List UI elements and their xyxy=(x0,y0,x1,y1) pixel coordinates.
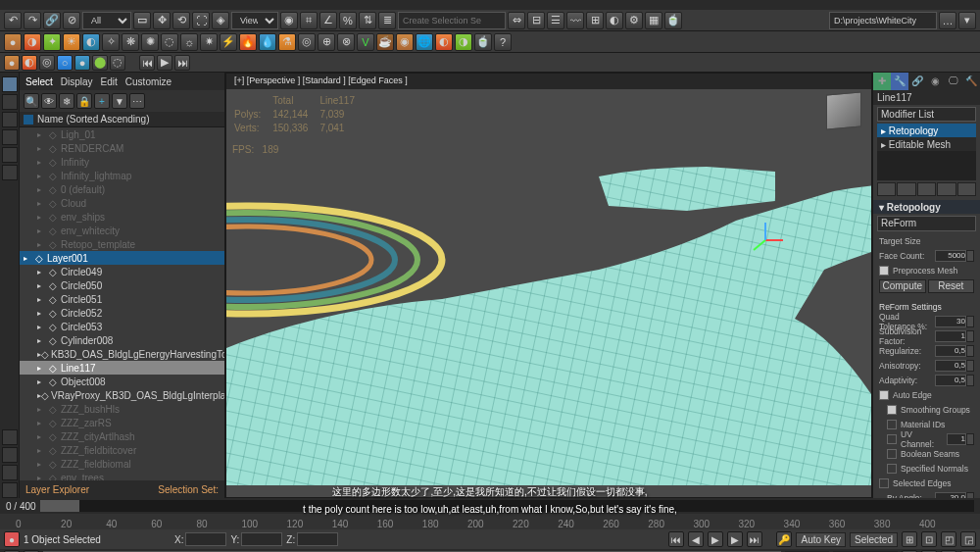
object-name[interactable]: Line117 xyxy=(873,90,980,105)
stack-remove-icon[interactable] xyxy=(937,182,956,196)
next-frame-icon[interactable]: ▶ xyxy=(727,531,743,547)
icon-2[interactable]: ◑ xyxy=(24,33,41,51)
play-anim-icon[interactable]: ▶ xyxy=(708,531,723,547)
icon-7[interactable]: ❋ xyxy=(122,33,139,51)
redo-icon[interactable]: ↷ xyxy=(24,12,41,29)
adaptivity-input[interactable] xyxy=(935,375,966,386)
icon-15[interactable]: ⚗ xyxy=(278,33,296,51)
tree-item[interactable]: ▸◇RENDERCAM xyxy=(20,141,224,155)
nav-4-icon[interactable]: ◲ xyxy=(960,531,976,547)
rollout-retopology[interactable]: ▾ Retopology xyxy=(873,200,980,214)
maxscript-icon[interactable]: ● xyxy=(4,531,20,547)
select-icon[interactable]: ▭ xyxy=(133,12,151,29)
link-icon[interactable]: 🔗 xyxy=(43,12,61,29)
auto-key-button[interactable]: Auto Key xyxy=(796,532,846,547)
snap-icon[interactable]: ⌗ xyxy=(300,12,318,29)
nav-1-icon[interactable]: ⊞ xyxy=(902,531,917,547)
tree-item[interactable]: ▸◇ZZZ_fieldbitcover xyxy=(20,443,224,457)
tree-item[interactable]: ▸◇ZZZ_cityArtlhash xyxy=(20,429,224,443)
retopo-mode-dropdown[interactable]: ReForm xyxy=(877,216,976,231)
tree-item[interactable]: ▸◇Cloud xyxy=(20,196,224,210)
stack-unique-icon[interactable] xyxy=(917,182,936,196)
timeline-slider[interactable] xyxy=(40,500,974,512)
icon-23[interactable]: ◐ xyxy=(435,33,453,51)
icon-11[interactable]: ✷ xyxy=(200,33,218,51)
x-input[interactable] xyxy=(185,532,226,546)
percent-snap-icon[interactable]: % xyxy=(339,12,357,29)
seledges-checkbox[interactable] xyxy=(879,478,889,488)
icon-1[interactable]: ● xyxy=(4,33,22,51)
stack-show-icon[interactable] xyxy=(897,182,915,196)
curve-editor-icon[interactable]: 〰 xyxy=(566,12,584,29)
tree-item[interactable]: ▸◇KB3D_OAS_BldgLgEnergyHarvestingTower_A… xyxy=(20,347,224,361)
icon-24[interactable]: ◑ xyxy=(455,33,472,51)
cp-tab-motion[interactable]: ◉ xyxy=(927,73,945,90)
tree-item[interactable]: ▸◇env_whitecity xyxy=(20,224,224,237)
icon-14[interactable]: 💧 xyxy=(259,33,276,51)
side-btn-3[interactable] xyxy=(2,112,18,127)
render-setup-icon[interactable]: ⚙ xyxy=(625,12,643,29)
face-count-input[interactable] xyxy=(935,250,966,262)
icon-26[interactable]: ? xyxy=(494,33,512,51)
tree-item[interactable]: ▸◇env_ships xyxy=(20,210,224,224)
preprocess-checkbox[interactable] xyxy=(879,266,889,276)
play-start-icon[interactable]: ⏮ xyxy=(139,55,155,71)
render-frame-icon[interactable]: ▦ xyxy=(645,12,662,29)
exp-add-layer-icon[interactable]: + xyxy=(94,93,110,109)
tree-item[interactable]: ▸◇ZZZ_fieldbiomal xyxy=(20,457,224,471)
cp-tab-utilities[interactable]: 🔨 xyxy=(962,73,980,90)
tab-display[interactable]: Display xyxy=(61,76,93,87)
side-btn-1[interactable] xyxy=(2,76,18,92)
tree-item[interactable]: ▸◇ZZZ_bushHls xyxy=(20,402,224,416)
z-input[interactable] xyxy=(297,532,338,546)
t3-5[interactable]: ● xyxy=(74,55,90,71)
exp-freeze-icon[interactable]: ❄ xyxy=(59,93,74,109)
icon-5[interactable]: ◐ xyxy=(82,33,100,51)
icon-6[interactable]: ✧ xyxy=(102,33,120,51)
stack-config-icon[interactable] xyxy=(957,182,976,196)
align-icon[interactable]: ⊟ xyxy=(527,12,545,29)
angle-snap-icon[interactable]: ∠ xyxy=(319,12,337,29)
icon-25[interactable]: 🍵 xyxy=(474,33,492,51)
tree-item[interactable]: ▸◇0 (default) xyxy=(20,182,224,196)
matids-checkbox[interactable] xyxy=(887,420,897,429)
quad-tol-input[interactable] xyxy=(935,316,966,327)
tree-item[interactable]: ▸◇Layer001 xyxy=(20,251,224,265)
uvchan-checkbox[interactable] xyxy=(887,434,897,444)
tree-item[interactable]: ▸◇VRayProxy_KB3D_OAS_BldgLgInterplanetar… xyxy=(20,388,224,402)
compute-button[interactable]: Compute xyxy=(879,279,926,293)
workspace-icon[interactable]: ▾ xyxy=(958,12,976,29)
scale-icon[interactable]: ⛶ xyxy=(192,12,210,29)
spinner-snap-icon[interactable]: ⇅ xyxy=(359,12,376,29)
anisotropy-input[interactable] xyxy=(935,360,966,372)
icon-21[interactable]: ◉ xyxy=(396,33,414,51)
boolean-checkbox[interactable] xyxy=(887,449,897,459)
icon-13[interactable]: 🔥 xyxy=(239,33,257,51)
ref-coord[interactable]: View xyxy=(231,12,278,29)
explorer-column-header[interactable]: Name (Sorted Ascending) xyxy=(20,112,224,127)
nav-2-icon[interactable]: ⊡ xyxy=(921,531,937,547)
goto-end-icon[interactable]: ⏭ xyxy=(747,531,762,547)
cp-tab-modify[interactable]: 🔧 xyxy=(891,73,908,90)
goto-start-icon[interactable]: ⏮ xyxy=(668,531,684,547)
icon-10[interactable]: ☼ xyxy=(180,33,198,51)
mod-retopology[interactable]: ▸ Retopology xyxy=(877,124,976,137)
tree-item[interactable]: ▸◇Cylinder008 xyxy=(20,333,224,347)
layers-icon[interactable]: ☰ xyxy=(547,12,564,29)
icon-8[interactable]: ✺ xyxy=(141,33,159,51)
icon-vray[interactable]: V xyxy=(357,33,374,51)
icon-18[interactable]: ⊗ xyxy=(337,33,355,51)
t3-2[interactable]: ◐ xyxy=(22,55,37,71)
schematic-icon[interactable]: ⊞ xyxy=(586,12,604,29)
icon-20[interactable]: ☕ xyxy=(376,33,394,51)
cp-tab-display[interactable]: 🖵 xyxy=(945,73,962,90)
exp-filter-icon[interactable]: ▼ xyxy=(112,93,127,109)
icon-12[interactable]: ⚡ xyxy=(220,33,237,51)
cp-tab-hierarchy[interactable]: 🔗 xyxy=(908,73,926,90)
nav-3-icon[interactable]: ◰ xyxy=(941,531,956,547)
icon-4[interactable]: ☀ xyxy=(63,33,80,51)
tree-item[interactable]: ▸◇Line117 xyxy=(20,361,224,375)
tree-item[interactable]: ▸◇Circle050 xyxy=(20,278,224,292)
t3-3[interactable]: ◎ xyxy=(39,55,55,71)
reset-button[interactable]: Reset xyxy=(928,279,975,293)
